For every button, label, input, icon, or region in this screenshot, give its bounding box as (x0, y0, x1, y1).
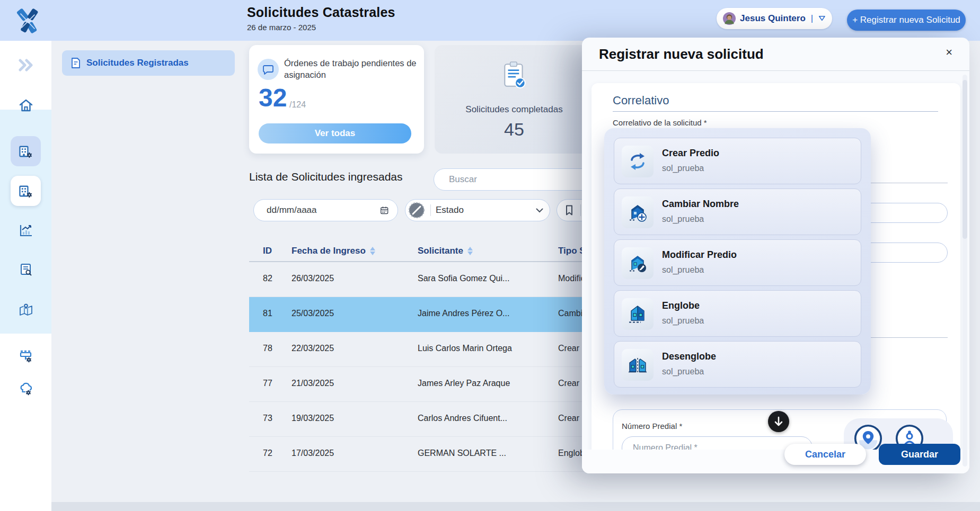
user-separator: | (811, 13, 813, 24)
building-plus-icon (622, 196, 654, 228)
table-row[interactable]: 73 19/03/2025 Carlos Andres Cifuent... C… (249, 402, 588, 437)
user-menu[interactable]: Jesus Quintero | (717, 8, 832, 29)
column-header-solicitante[interactable]: Solicitante (418, 246, 473, 256)
date-filter-field[interactable] (253, 199, 398, 221)
sync-arrows-icon (622, 146, 654, 177)
sidebar-collapse-button[interactable] (0, 51, 51, 79)
correlativo-field-label: Correlativo de la solicitud * (613, 118, 707, 127)
cell-id: 77 (263, 379, 272, 388)
cell-id: 72 (263, 449, 272, 458)
section-title: Correlativo (613, 94, 669, 107)
pending-orders-card: Órdenes de trabajo pendientes de asignac… (249, 45, 424, 154)
arrow-down-circle-icon[interactable] (768, 411, 789, 432)
cell-solicitante: Carlos Andres Cifuent... (418, 414, 550, 423)
sidebar-item-reports[interactable] (0, 217, 51, 244)
chevron-down-icon (536, 208, 543, 213)
building-split-icon (622, 349, 654, 381)
table-row[interactable]: 72 17/03/2025 GERMAN SOLARTE ... Englobe (249, 437, 588, 472)
column-header-id: ID (263, 246, 272, 256)
sidebar-item-documents[interactable] (0, 256, 51, 283)
building-edit-icon (622, 247, 654, 279)
nav-solicitudes-registradas[interactable]: Solicitudes Registradas (62, 50, 235, 76)
sort-icon[interactable] (467, 247, 473, 255)
estado-value: Estado (436, 205, 531, 216)
cell-fecha: 21/03/2025 (292, 379, 334, 388)
correlativo-options-dropdown: Crear Predio sol_prueba Cambiar Nombre s… (604, 128, 871, 395)
sidebar-item-tools[interactable] (0, 343, 51, 370)
sort-icon[interactable] (370, 247, 375, 255)
save-button[interactable]: Guardar (879, 444, 960, 465)
estado-select[interactable]: Estado (405, 199, 550, 221)
cell-fecha: 26/03/2025 (292, 274, 334, 283)
option-subtitle: sol_prueba (662, 316, 704, 326)
option-subtitle: sol_prueba (662, 164, 704, 173)
collapse-chevrons-icon (18, 59, 34, 71)
register-request-drawer: Registrar nueva solicitud × Correlativo … (582, 38, 969, 473)
option-title: Crear Predio (662, 148, 719, 159)
list-title: Lista de Solicitudes ingresadas (249, 171, 403, 183)
option-desenglobe[interactable]: Desenglobe sol_prueba (614, 341, 861, 388)
table-row[interactable]: 78 22/03/2025 Luis Carlos Marin Ortega C… (249, 332, 588, 367)
cell-solicitante: Luis Carlos Marin Ortega (418, 344, 550, 353)
cell-fecha: 22/03/2025 (292, 344, 334, 353)
pending-orders-value: 32 (259, 83, 287, 112)
option-crear-predio[interactable]: Crear Predio sol_prueba (614, 138, 861, 184)
numero-predial-label: Número Predial * (622, 422, 682, 431)
view-all-button[interactable]: Ver todas (259, 123, 411, 144)
page-date: 26 de marzo - 2025 (247, 23, 395, 32)
page-bottom-strip (51, 502, 980, 511)
filter-circle-icon (408, 201, 426, 219)
table-row[interactable]: 77 21/03/2025 James Arley Paz Araque Cre… (249, 367, 588, 402)
option-englobe[interactable]: Englobe sol_prueba (614, 290, 861, 337)
sidebar-item-solicitudes-active[interactable] (11, 136, 41, 166)
option-title: Cambiar Nombre (662, 199, 739, 210)
option-subtitle: sol_prueba (662, 367, 704, 376)
sidebar-item-home[interactable] (0, 92, 51, 119)
close-icon[interactable]: × (942, 45, 956, 60)
completed-requests-card: Solicitudes completadas 45 (435, 45, 594, 154)
chart-trend-icon (19, 223, 33, 237)
calendar-icon[interactable] (379, 205, 389, 216)
pending-orders-total: /124 (289, 100, 306, 110)
cell-id: 82 (263, 274, 272, 283)
document-search-icon (19, 263, 33, 276)
cell-id: 81 (263, 309, 272, 318)
option-modificar-predio[interactable]: Modificar Predio sol_prueba (614, 239, 861, 286)
sidebar-item-map[interactable] (0, 296, 51, 324)
cancel-button[interactable]: Cancelar (784, 444, 866, 465)
cell-fecha: 19/03/2025 (292, 414, 334, 423)
cell-id: 73 (263, 414, 272, 423)
register-new-request-button[interactable]: + Registrar nueva Solicitud (847, 10, 966, 31)
cloud-gear-icon (19, 382, 33, 397)
nav-label: Solicitudes Registradas (86, 58, 189, 68)
option-title: Englobe (662, 300, 700, 311)
column-header-label: Fecha de Ingreso (292, 246, 366, 256)
date-input[interactable] (266, 204, 379, 216)
sidebar-item-predios[interactable] (11, 176, 41, 206)
app-logo-icon (12, 4, 45, 37)
divider (582, 70, 969, 71)
document-icon (70, 57, 81, 69)
cell-solicitante: James Arley Paz Araque (418, 379, 550, 388)
divider (613, 111, 938, 112)
table-header: ID Fecha de Ingreso Solicitante Tipo Sol… (249, 243, 588, 262)
table-row[interactable]: 82 26/03/2025 Sara Sofia Gomez Qui... Mo… (249, 262, 588, 297)
app-header: Solicitudes Catastrales 26 de marzo - 20… (0, 0, 980, 41)
option-cambiar-nombre[interactable]: Cambiar Nombre sol_prueba (614, 189, 861, 235)
bookmark-icon (564, 204, 574, 216)
drawer-scrollbar-thumb[interactable] (963, 80, 967, 239)
cell-fecha: 25/03/2025 (292, 309, 334, 318)
table-row-selected[interactable]: 81 25/03/2025 Jaime Andres Pérez O... Ca… (249, 297, 588, 332)
column-header-fecha[interactable]: Fecha de Ingreso (292, 246, 375, 256)
clipboard-check-icon (502, 61, 527, 89)
building-gear-icon (18, 144, 34, 159)
building-gear-icon (18, 183, 34, 199)
home-icon (19, 98, 33, 112)
pending-orders-title: Órdenes de trabajo pendientes de asignac… (284, 58, 417, 81)
option-subtitle: sol_prueba (662, 214, 704, 224)
cell-fecha: 17/03/2025 (292, 449, 334, 458)
title-block: Solicitudes Catastrales 26 de marzo - 20… (247, 5, 395, 32)
sidebar-item-sync[interactable] (0, 375, 51, 403)
completed-requests-value: 45 (435, 119, 594, 140)
cell-solicitante: GERMAN SOLARTE ... (418, 449, 550, 458)
